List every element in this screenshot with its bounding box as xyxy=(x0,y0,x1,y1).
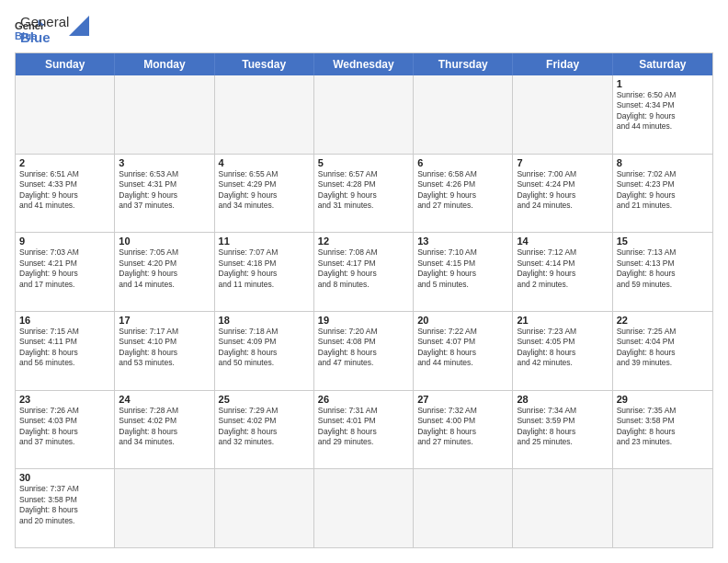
calendar-cell: 3Sunrise: 6:53 AM Sunset: 4:31 PM Daylig… xyxy=(115,155,214,233)
weekday-header-friday: Friday xyxy=(513,53,612,75)
calendar-cell: 7Sunrise: 7:00 AM Sunset: 4:24 PM Daylig… xyxy=(513,155,612,233)
day-number: 29 xyxy=(617,394,709,405)
day-number: 24 xyxy=(119,394,210,405)
day-info: Sunrise: 7:02 AM Sunset: 4:23 PM Dayligh… xyxy=(617,169,709,212)
calendar-header: SundayMondayTuesdayWednesdayThursdayFrid… xyxy=(16,53,712,75)
calendar-cell xyxy=(414,75,513,154)
calendar-cell xyxy=(16,75,115,154)
day-number: 27 xyxy=(417,394,508,405)
calendar-cell: 16Sunrise: 7:15 AM Sunset: 4:11 PM Dayli… xyxy=(16,312,115,390)
day-info: Sunrise: 7:10 AM Sunset: 4:15 PM Dayligh… xyxy=(417,247,508,290)
day-number: 20 xyxy=(417,315,508,326)
day-number: 6 xyxy=(417,157,508,168)
svg-marker-3 xyxy=(69,16,89,36)
calendar-cell: 26Sunrise: 7:31 AM Sunset: 4:01 PM Dayli… xyxy=(314,391,414,469)
day-number: 22 xyxy=(617,315,709,326)
calendar-body: 1Sunrise: 6:50 AM Sunset: 4:34 PM Daylig… xyxy=(16,75,712,547)
day-info: Sunrise: 7:22 AM Sunset: 4:07 PM Dayligh… xyxy=(417,327,508,369)
calendar-cell: 20Sunrise: 7:22 AM Sunset: 4:07 PM Dayli… xyxy=(414,312,513,390)
calendar-cell xyxy=(314,469,414,547)
day-number: 14 xyxy=(517,236,608,247)
day-info: Sunrise: 7:31 AM Sunset: 4:01 PM Dayligh… xyxy=(318,406,409,448)
calendar-cell xyxy=(414,469,513,547)
day-number: 10 xyxy=(119,236,210,247)
weekday-header-sunday: Sunday xyxy=(16,53,115,75)
calendar-cell: 22Sunrise: 7:25 AM Sunset: 4:04 PM Dayli… xyxy=(613,312,712,390)
calendar-cell: 6Sunrise: 6:58 AM Sunset: 4:26 PM Daylig… xyxy=(414,155,513,233)
calendar-cell xyxy=(115,75,214,154)
calendar-cell: 13Sunrise: 7:10 AM Sunset: 4:15 PM Dayli… xyxy=(414,233,513,311)
logo: General Blue General Blue xyxy=(15,15,89,45)
day-info: Sunrise: 7:34 AM Sunset: 3:59 PM Dayligh… xyxy=(517,406,608,448)
calendar-cell: 29Sunrise: 7:35 AM Sunset: 3:58 PM Dayli… xyxy=(613,391,712,469)
day-info: Sunrise: 7:13 AM Sunset: 4:13 PM Dayligh… xyxy=(617,247,709,290)
day-info: Sunrise: 7:29 AM Sunset: 4:02 PM Dayligh… xyxy=(219,406,310,448)
calendar-cell: 17Sunrise: 7:17 AM Sunset: 4:10 PM Dayli… xyxy=(115,312,214,390)
day-number: 12 xyxy=(318,236,409,247)
day-info: Sunrise: 7:35 AM Sunset: 3:58 PM Dayligh… xyxy=(617,406,709,448)
calendar-cell xyxy=(215,75,314,154)
calendar-cell xyxy=(613,469,712,547)
calendar-row-0: 1Sunrise: 6:50 AM Sunset: 4:34 PM Daylig… xyxy=(16,75,712,155)
day-info: Sunrise: 6:57 AM Sunset: 4:28 PM Dayligh… xyxy=(318,169,409,212)
calendar-row-4: 23Sunrise: 7:26 AM Sunset: 4:03 PM Dayli… xyxy=(16,391,712,470)
calendar-cell: 11Sunrise: 7:07 AM Sunset: 4:18 PM Dayli… xyxy=(215,233,314,311)
calendar-cell: 4Sunrise: 6:55 AM Sunset: 4:29 PM Daylig… xyxy=(215,155,314,233)
weekday-header-wednesday: Wednesday xyxy=(314,53,414,75)
day-number: 11 xyxy=(219,236,310,247)
calendar-cell xyxy=(513,469,612,547)
day-number: 23 xyxy=(19,394,110,405)
day-number: 21 xyxy=(517,315,608,326)
day-number: 15 xyxy=(617,236,709,247)
calendar-cell: 14Sunrise: 7:12 AM Sunset: 4:14 PM Dayli… xyxy=(513,233,612,311)
day-number: 7 xyxy=(517,157,608,168)
weekday-header-saturday: Saturday xyxy=(613,53,712,75)
day-info: Sunrise: 7:20 AM Sunset: 4:08 PM Dayligh… xyxy=(318,327,409,369)
day-info: Sunrise: 6:55 AM Sunset: 4:29 PM Dayligh… xyxy=(219,169,310,212)
logo-blue: Blue xyxy=(20,30,69,46)
day-info: Sunrise: 7:05 AM Sunset: 4:20 PM Dayligh… xyxy=(119,247,210,290)
calendar-cell: 5Sunrise: 6:57 AM Sunset: 4:28 PM Daylig… xyxy=(314,155,414,233)
calendar-cell: 21Sunrise: 7:23 AM Sunset: 4:05 PM Dayli… xyxy=(513,312,612,390)
calendar-row-2: 9Sunrise: 7:03 AM Sunset: 4:21 PM Daylig… xyxy=(16,233,712,312)
day-info: Sunrise: 7:18 AM Sunset: 4:09 PM Dayligh… xyxy=(219,327,310,369)
calendar-cell: 28Sunrise: 7:34 AM Sunset: 3:59 PM Dayli… xyxy=(513,391,612,469)
day-number: 1 xyxy=(617,78,709,89)
calendar-cell xyxy=(513,75,612,154)
day-number: 9 xyxy=(19,236,110,247)
calendar-cell xyxy=(115,469,214,547)
day-number: 8 xyxy=(617,157,709,168)
day-number: 19 xyxy=(318,315,409,326)
day-number: 4 xyxy=(219,157,310,168)
calendar-cell xyxy=(314,75,414,154)
day-info: Sunrise: 7:37 AM Sunset: 3:58 PM Dayligh… xyxy=(19,484,110,526)
day-number: 16 xyxy=(19,315,110,326)
day-number: 17 xyxy=(119,315,210,326)
weekday-header-tuesday: Tuesday xyxy=(215,53,314,75)
calendar-row-1: 2Sunrise: 6:51 AM Sunset: 4:33 PM Daylig… xyxy=(16,155,712,234)
day-number: 28 xyxy=(517,394,608,405)
logo-general: General xyxy=(20,15,69,30)
day-info: Sunrise: 7:25 AM Sunset: 4:04 PM Dayligh… xyxy=(617,327,709,369)
day-info: Sunrise: 7:32 AM Sunset: 4:00 PM Dayligh… xyxy=(417,406,508,448)
calendar-cell: 2Sunrise: 6:51 AM Sunset: 4:33 PM Daylig… xyxy=(16,155,115,233)
day-info: Sunrise: 6:50 AM Sunset: 4:34 PM Dayligh… xyxy=(617,90,709,132)
day-info: Sunrise: 7:23 AM Sunset: 4:05 PM Dayligh… xyxy=(517,327,608,369)
calendar-cell: 30Sunrise: 7:37 AM Sunset: 3:58 PM Dayli… xyxy=(16,469,115,547)
calendar-cell: 9Sunrise: 7:03 AM Sunset: 4:21 PM Daylig… xyxy=(16,233,115,311)
day-info: Sunrise: 7:12 AM Sunset: 4:14 PM Dayligh… xyxy=(517,247,608,290)
logo-triangle-icon xyxy=(69,16,89,36)
weekday-header-thursday: Thursday xyxy=(414,53,513,75)
calendar-row-5: 30Sunrise: 7:37 AM Sunset: 3:58 PM Dayli… xyxy=(16,469,712,547)
day-number: 5 xyxy=(318,157,409,168)
day-number: 25 xyxy=(219,394,310,405)
day-number: 26 xyxy=(318,394,409,405)
day-info: Sunrise: 7:15 AM Sunset: 4:11 PM Dayligh… xyxy=(19,327,110,369)
calendar-cell: 25Sunrise: 7:29 AM Sunset: 4:02 PM Dayli… xyxy=(215,391,314,469)
calendar-cell: 18Sunrise: 7:18 AM Sunset: 4:09 PM Dayli… xyxy=(215,312,314,390)
calendar-cell: 1Sunrise: 6:50 AM Sunset: 4:34 PM Daylig… xyxy=(613,75,712,154)
day-number: 13 xyxy=(417,236,508,247)
day-info: Sunrise: 7:28 AM Sunset: 4:02 PM Dayligh… xyxy=(119,406,210,448)
calendar-cell xyxy=(215,469,314,547)
day-info: Sunrise: 7:03 AM Sunset: 4:21 PM Dayligh… xyxy=(19,247,110,290)
